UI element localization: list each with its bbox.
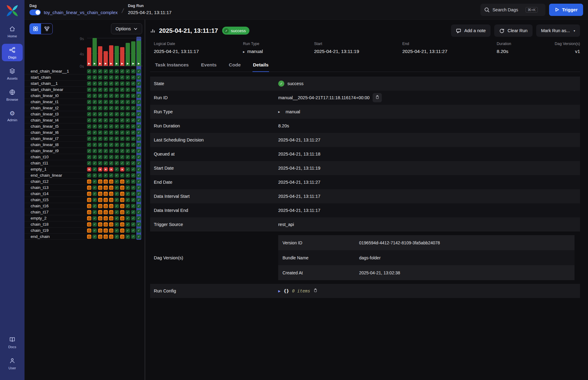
task-instance-cell[interactable]: ✓ [137, 155, 142, 159]
task-instance-cell[interactable]: ◎ [98, 186, 104, 190]
task-instance-cell[interactable]: ◎ [120, 210, 126, 214]
task-instance-cell[interactable]: ✓ [87, 118, 93, 122]
task-instance-cell[interactable]: ✓ [104, 149, 109, 153]
task-instance-cell[interactable]: ✓ [87, 130, 93, 135]
task-instance-cell[interactable]: ✓ [93, 179, 98, 184]
task-instance-cell[interactable]: ✓ [126, 161, 131, 165]
task-instance-cell[interactable]: ✓ [115, 222, 120, 227]
task-instance-cell[interactable]: ✓ [126, 192, 131, 196]
task-label[interactable]: chain_t13 [25, 185, 87, 191]
task-instance-cell[interactable]: ◎ [120, 198, 126, 202]
task-instance-cell[interactable]: ✓ [120, 75, 126, 80]
sidebar-item-browse[interactable]: Browse [2, 86, 23, 103]
task-instance-cell[interactable]: ✓ [87, 161, 93, 165]
task-instance-cell[interactable]: ✓ [98, 94, 104, 98]
task-label[interactable]: start_chain_linear [25, 87, 87, 93]
task-instance-cell[interactable]: ✓ [131, 137, 137, 141]
task-instance-cell[interactable]: ✓ [87, 81, 93, 86]
task-instance-cell[interactable]: ✓ [93, 112, 98, 116]
task-instance-cell[interactable]: ✓ [98, 112, 104, 116]
task-instance-cell[interactable]: ✓ [104, 106, 109, 110]
task-instance-cell[interactable]: ◎ [109, 235, 115, 239]
copy-run-config-button[interactable] [313, 288, 318, 294]
task-instance-cell[interactable]: ✓ [137, 216, 142, 220]
task-instance-cell[interactable]: ✓ [131, 222, 137, 227]
task-label[interactable]: chain_t11 [25, 160, 87, 166]
task-instance-cell[interactable]: ✓ [137, 143, 142, 147]
task-instance-cell[interactable]: ✓ [87, 137, 93, 141]
task-instance-cell[interactable]: ✓ [104, 143, 109, 147]
task-label[interactable]: end_chain_linear [25, 172, 87, 179]
task-label[interactable]: chain_t10 [25, 154, 87, 160]
task-instance-cell[interactable]: ◎ [104, 228, 109, 233]
task-instance-cell[interactable]: ✓ [98, 137, 104, 141]
task-instance-cell[interactable]: ✓ [93, 106, 98, 110]
run-duration-bar[interactable]: ▶ [120, 47, 124, 66]
task-instance-cell[interactable]: ✓ [137, 137, 142, 141]
task-instance-cell[interactable]: ✓ [93, 100, 98, 104]
task-instance-cell[interactable]: ✓ [137, 179, 142, 184]
task-instance-cell[interactable]: ◎ [109, 186, 115, 190]
task-instance-cell[interactable]: ✓ [137, 118, 142, 122]
task-instance-cell[interactable]: ✓ [104, 88, 109, 92]
graph-view-button[interactable] [41, 24, 52, 34]
task-label[interactable]: chain_t19 [25, 228, 87, 234]
task-instance-cell[interactable]: ✓ [131, 143, 137, 147]
task-instance-cell[interactable]: ◎ [87, 204, 93, 208]
task-instance-cell[interactable]: ✓ [126, 179, 131, 184]
task-instance-cell[interactable]: ◎ [104, 198, 109, 202]
task-instance-cell[interactable]: ✓ [120, 106, 126, 110]
task-instance-cell[interactable]: ✓ [115, 143, 120, 147]
task-instance-cell[interactable]: ✓ [137, 130, 142, 135]
task-instance-cell[interactable]: ✓ [131, 130, 137, 135]
task-instance-cell[interactable]: ✓ [137, 112, 142, 116]
task-instance-cell[interactable]: ◎ [104, 204, 109, 208]
task-instance-cell[interactable]: ◎ [104, 222, 109, 227]
task-instance-cell[interactable]: ◎ [98, 198, 104, 202]
task-instance-cell[interactable]: ◎ [104, 192, 109, 196]
task-instance-cell[interactable]: ✓ [126, 137, 131, 141]
sidebar-item-home[interactable]: Home [2, 23, 23, 40]
task-instance-cell[interactable]: ✓ [131, 155, 137, 159]
task-instance-cell[interactable]: ✓ [126, 75, 131, 80]
task-instance-cell[interactable]: ◎ [120, 204, 126, 208]
task-instance-cell[interactable]: ✓ [93, 192, 98, 196]
task-instance-cell[interactable]: ✓ [98, 118, 104, 122]
task-instance-cell[interactable]: ✓ [104, 75, 109, 80]
task-instance-cell[interactable]: ✓ [131, 235, 137, 239]
task-instance-cell[interactable]: ✓ [126, 186, 131, 190]
task-instance-cell[interactable]: ✓ [126, 94, 131, 98]
task-instance-cell[interactable]: ✓ [115, 198, 120, 202]
task-instance-cell[interactable]: ✓ [126, 222, 131, 227]
task-instance-cell[interactable]: ✓ [131, 149, 137, 153]
task-instance-cell[interactable]: ✓ [93, 143, 98, 147]
task-instance-cell[interactable]: ✓ [93, 167, 98, 171]
task-instance-cell[interactable]: ✓ [126, 88, 131, 92]
trigger-button[interactable]: Trigger [549, 4, 583, 16]
task-instance-cell[interactable]: ✓ [131, 204, 137, 208]
task-instance-cell[interactable]: ✓ [87, 88, 93, 92]
task-instance-cell[interactable]: ✓ [109, 124, 115, 129]
task-label[interactable]: chain_t17 [25, 209, 87, 215]
task-instance-cell[interactable]: ✓ [120, 124, 126, 129]
task-instance-cell[interactable]: ✓ [137, 88, 142, 92]
tab-code[interactable]: Code [228, 62, 241, 72]
task-instance-cell[interactable]: ✓ [137, 149, 142, 153]
task-instance-cell[interactable]: ✓ [131, 228, 137, 233]
task-instance-cell[interactable]: ✓ [115, 130, 120, 135]
task-instance-cell[interactable]: ✓ [120, 100, 126, 104]
task-label[interactable]: empty_2 [25, 215, 87, 221]
task-label[interactable]: chain_linear_t2 [25, 105, 87, 111]
run-duration-bar[interactable]: ▶ [126, 43, 130, 66]
task-instance-cell[interactable]: ✓ [137, 192, 142, 196]
options-button[interactable]: Options [111, 23, 142, 34]
task-instance-cell[interactable]: ✓ [115, 235, 120, 239]
task-instance-cell[interactable]: ✓ [137, 167, 142, 171]
task-instance-cell[interactable]: ✓ [131, 69, 137, 73]
task-instance-cell[interactable]: × [109, 167, 115, 171]
task-instance-cell[interactable]: ✓ [126, 167, 131, 171]
task-instance-cell[interactable]: ✓ [109, 130, 115, 135]
task-instance-cell[interactable]: ✓ [126, 216, 131, 220]
task-label[interactable]: chain_t15 [25, 197, 87, 203]
task-instance-cell[interactable]: ✓ [120, 69, 126, 73]
